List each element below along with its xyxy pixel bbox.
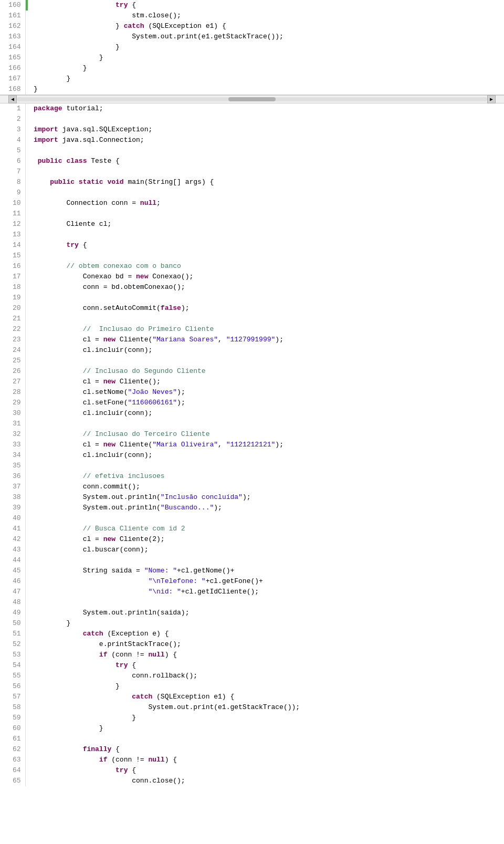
line-gutter <box>25 124 29 135</box>
code-line: 30 cl.incluir(conn); <box>0 408 504 419</box>
line-gutter <box>25 187 29 198</box>
line-number: 40 <box>0 513 25 524</box>
code-content: } <box>29 723 504 734</box>
line-gutter <box>25 156 29 166</box>
keyword: catch <box>132 693 152 701</box>
line-gutter <box>25 387 29 398</box>
code-content: catch (Exception e) { <box>29 629 504 639</box>
code-content: cl.setFone("1160606161"); <box>29 398 504 408</box>
line-gutter <box>25 702 29 713</box>
code-content: Cliente cl; <box>29 219 504 230</box>
keyword: try <box>116 1 128 9</box>
line-number: 52 <box>0 639 25 650</box>
scrollbar-thumb[interactable] <box>228 97 276 101</box>
code-content: System.out.println("Inclusão concluída")… <box>29 492 504 503</box>
code-text: e.printStackTrace(); <box>99 640 181 648</box>
top-code-section: 160 try {161 stm.close();162 } catch (SQ… <box>0 0 504 95</box>
code-line: 29 cl.setFone("1160606161"); <box>0 398 504 408</box>
code-text: ) { <box>165 756 177 764</box>
string-literal: "Nome: " <box>144 567 177 575</box>
code-content <box>29 209 504 219</box>
code-line: 167 } <box>0 74 504 84</box>
scrollbar-track[interactable] <box>17 97 487 101</box>
line-gutter <box>25 482 29 492</box>
main-code-section: 1package tutorial;2 3import java.sql.SQL… <box>0 103 504 786</box>
code-text: Cliente cl; <box>66 220 111 228</box>
line-number: 56 <box>0 681 25 692</box>
line-gutter <box>25 335 29 345</box>
line-gutter <box>25 366 29 377</box>
scroll-right-arrow[interactable]: ▶ <box>487 95 496 103</box>
code-text: +cl.getNome()+ <box>177 567 234 575</box>
line-number: 57 <box>0 692 25 702</box>
code-text: System.out.print(e1.getStackTrace()); <box>132 33 284 40</box>
code-line: 19 <box>0 293 504 303</box>
code-text: System.out.println( <box>83 493 161 501</box>
code-line: 20 conn.setAutoCommit(false); <box>0 303 504 314</box>
code-content <box>29 145 504 156</box>
code-content: cl.buscar(conn); <box>29 545 504 555</box>
line-number: 16 <box>0 261 25 272</box>
code-text: System.out.println(saida); <box>83 609 190 617</box>
code-content: } <box>29 84 504 95</box>
line-number: 27 <box>0 377 25 387</box>
line-gutter <box>25 650 29 660</box>
line-number: 62 <box>0 744 25 755</box>
code-line: 63 if (conn != null) { <box>0 755 504 765</box>
code-text: cl = <box>83 378 103 385</box>
comment: // obtem conexao com o banco <box>66 262 181 270</box>
code-line: 14 try { <box>0 240 504 251</box>
line-gutter <box>25 209 29 219</box>
code-text: System.out.print(e1.getStackTrace()); <box>148 703 300 711</box>
scroll-left-arrow[interactable]: ◀ <box>8 95 17 103</box>
code-line: 46 "\nTelefone: "+cl.getFone()+ <box>0 576 504 587</box>
string-literal: "1160606161" <box>128 399 177 407</box>
line-gutter <box>25 545 29 555</box>
code-content: public class Teste { <box>29 156 504 166</box>
code-text: } <box>116 43 120 51</box>
code-text: Cliente( <box>116 441 152 449</box>
line-number: 54 <box>0 660 25 671</box>
comment: // Inclusao do Terceiro Cliente <box>83 430 210 438</box>
line-number: 32 <box>0 429 25 440</box>
code-line: 5 <box>0 145 504 156</box>
code-content: import java.sql.SQLException; <box>29 124 504 135</box>
line-number: 17 <box>0 272 25 282</box>
line-gutter <box>25 282 29 293</box>
horizontal-scrollbar[interactable]: ◀ ▶ <box>0 95 504 103</box>
code-content: System.out.print(e1.getStackTrace()); <box>29 702 504 713</box>
code-content: } <box>29 42 504 53</box>
line-gutter <box>25 63 29 74</box>
line-number: 38 <box>0 492 25 503</box>
code-content: cl.incluir(conn); <box>29 345 504 356</box>
line-gutter <box>25 314 29 324</box>
code-content <box>29 230 504 240</box>
code-content: System.out.print(e1.getStackTrace()); <box>29 32 504 42</box>
line-gutter <box>25 198 29 209</box>
code-text: conn.setAutoCommit( <box>83 304 161 312</box>
code-line: 34 cl.incluir(conn); <box>0 450 504 461</box>
line-number: 15 <box>0 251 25 261</box>
code-text: , <box>218 336 226 343</box>
keyword: finally <box>83 745 112 753</box>
code-content: conn.setAutoCommit(false); <box>29 303 504 314</box>
code-text: ); <box>177 399 185 407</box>
code-content: System.out.println("Buscando..."); <box>29 503 504 513</box>
line-gutter <box>25 503 29 513</box>
code-text: java.sql.SQLException; <box>58 126 152 133</box>
line-gutter <box>25 177 29 187</box>
code-line: 65 conn.close(); <box>0 776 504 786</box>
code-line: 166 } <box>0 63 504 74</box>
code-line: 58 System.out.print(e1.getStackTrace()); <box>0 702 504 713</box>
code-text <box>75 178 79 186</box>
code-line: 52 e.printStackTrace(); <box>0 639 504 650</box>
code-text: cl = <box>83 535 103 543</box>
line-number: 26 <box>0 366 25 377</box>
code-content: // obtem conexao com o banco <box>29 261 504 272</box>
code-text: Cliente(); <box>116 378 161 385</box>
line-gutter <box>25 345 29 356</box>
string-literal: "Mariana Soares" <box>152 336 218 343</box>
code-text: +cl.getIdCliente(); <box>181 588 259 596</box>
code-content: try { <box>29 240 504 251</box>
code-line: 164 } <box>0 42 504 53</box>
